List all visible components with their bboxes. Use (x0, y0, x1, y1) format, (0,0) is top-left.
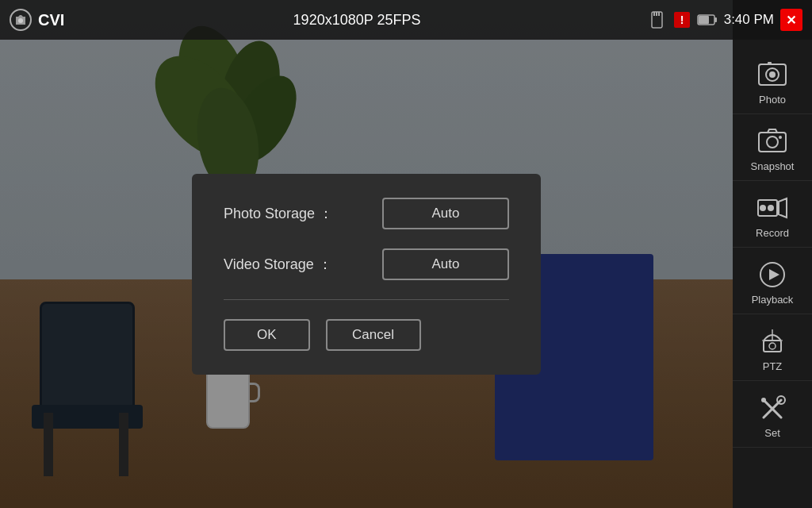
video-storage-auto-button[interactable]: Auto (382, 248, 509, 280)
svg-rect-4 (656, 12, 657, 16)
storage-dialog: Photo Storage ： Auto Video Storage ： Aut… (192, 174, 541, 375)
svg-point-1 (18, 18, 23, 23)
sidebar-label-playback: Playback (752, 294, 794, 306)
svg-point-31 (761, 398, 766, 402)
svg-rect-10 (699, 16, 709, 24)
camera-app-icon (10, 9, 32, 31)
svg-rect-5 (658, 12, 660, 16)
sidebar-label-set: Set (764, 427, 780, 439)
modal-actions: OK Cancel (224, 319, 509, 351)
photo-icon (756, 59, 788, 90)
sidebar-item-snapshot[interactable]: Snapshot (733, 114, 812, 181)
modal-overlay: Photo Storage ： Auto Video Storage ： Aut… (0, 40, 733, 508)
sidebar-label-snapshot: Snapshot (751, 160, 795, 172)
sd-card-icon (649, 11, 667, 29)
video-storage-label: Video Storage ： (224, 255, 350, 274)
svg-point-17 (779, 136, 782, 139)
ptz-icon (756, 325, 788, 357)
svg-point-16 (767, 137, 778, 148)
set-icon (756, 392, 788, 424)
playback-icon (756, 259, 788, 291)
resolution-info: 1920x1080P 25FPS (293, 12, 421, 29)
signal-icon: ! (673, 11, 691, 29)
clock-time: 3:40 PM (724, 12, 774, 28)
sidebar-item-record[interactable]: Record (733, 181, 812, 248)
svg-point-20 (768, 205, 774, 211)
top-bar-right: ! 3:40 PM ✕ (649, 9, 802, 31)
app-title: CVI (38, 11, 64, 29)
top-bar-left: CVI (10, 9, 64, 31)
svg-text:!: ! (680, 13, 684, 26)
sidebar-label-photo: Photo (759, 94, 786, 106)
svg-marker-23 (769, 269, 779, 280)
ok-button[interactable]: OK (224, 319, 310, 351)
svg-rect-9 (714, 17, 717, 22)
svg-rect-15 (759, 133, 786, 152)
sidebar-item-ptz[interactable]: PTZ (733, 314, 812, 381)
svg-marker-21 (779, 198, 787, 217)
sidebar-item-photo[interactable]: Photo (733, 48, 812, 114)
top-bar: CVI 1920x1080P 25FPS ! 3:40 PM ✕ (0, 0, 812, 40)
record-icon (756, 192, 788, 224)
svg-point-26 (769, 343, 776, 349)
svg-rect-14 (768, 62, 772, 65)
photo-storage-label: Photo Storage ： (224, 204, 350, 223)
modal-divider (224, 299, 509, 300)
photo-storage-auto-button[interactable]: Auto (382, 198, 509, 229)
battery-icon (697, 13, 718, 26)
svg-point-19 (760, 205, 766, 211)
svg-rect-24 (764, 341, 781, 352)
snapshot-icon (756, 125, 788, 157)
sidebar-label-ptz: PTZ (763, 360, 783, 372)
sidebar-item-set[interactable]: Set (733, 381, 812, 448)
video-storage-row: Video Storage ： Auto (224, 248, 509, 280)
sidebar: Photo Snapshot Record (733, 0, 812, 508)
svg-point-13 (769, 71, 776, 78)
sidebar-item-playback[interactable]: Playback (733, 248, 812, 314)
close-button[interactable]: ✕ (780, 9, 802, 31)
svg-rect-3 (653, 12, 655, 16)
cancel-button[interactable]: Cancel (326, 319, 421, 351)
sidebar-label-record: Record (756, 227, 789, 239)
photo-storage-row: Photo Storage ： Auto (224, 198, 509, 229)
